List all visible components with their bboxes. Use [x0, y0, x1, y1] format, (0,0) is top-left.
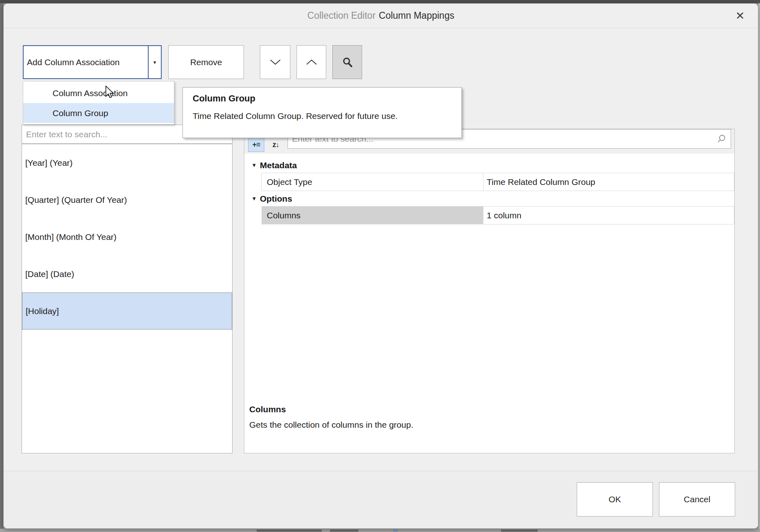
property-row-columns: Columns 1 column [261, 206, 734, 224]
dialog-title: Column Mappings [379, 10, 454, 21]
property-row-object-type: Object Type Time Related Column Group [261, 173, 734, 191]
property-description: Columns Gets the collection of columns i… [249, 404, 697, 430]
tooltip-title: Column Group [193, 93, 452, 104]
column-group-tooltip: Column Group Time Related Column Group. … [182, 87, 462, 138]
category-metadata[interactable]: ▼ Metadata [244, 158, 734, 173]
background-left-strip [0, 3, 3, 532]
category-expanded-icon: ▼ [244, 196, 260, 202]
move-down-button[interactable] [260, 45, 290, 79]
search-icon [342, 57, 353, 68]
collection-editor-dialog: Collection Editor Column Mappings ✕ Add … [3, 3, 758, 529]
list-item[interactable]: [Year] (Year) [22, 144, 232, 181]
property-description-title: Columns [249, 404, 697, 414]
menu-item-column-association[interactable]: Column Association [23, 83, 174, 103]
category-options[interactable]: ▼ Options [244, 191, 734, 206]
category-expanded-icon: ▼ [244, 162, 260, 168]
tooltip-description: Time Related Column Group. Reserved for … [193, 111, 452, 121]
dialog-titlebar[interactable]: Collection Editor Column Mappings [4, 4, 758, 28]
add-column-association-split-button[interactable]: Add Column Association ▼ [23, 45, 162, 79]
add-column-association-button[interactable]: Add Column Association [24, 46, 148, 78]
categorized-view-icon[interactable]: +≡ [248, 138, 264, 152]
background-artifact [257, 530, 322, 532]
chevron-down-icon [270, 59, 281, 65]
background-bottom-strip [0, 529, 760, 532]
cancel-button[interactable]: Cancel [659, 482, 735, 517]
move-up-button[interactable] [297, 45, 326, 79]
background-top-strip [0, 0, 760, 3]
property-description-text: Gets the collection of columns in the gr… [249, 420, 697, 430]
background-artifact [393, 530, 398, 532]
add-button-dropdown-menu: Column Association Column Group [23, 81, 174, 125]
list-item-selected[interactable]: [Holiday] [22, 292, 232, 330]
close-icon[interactable]: ✕ [729, 6, 751, 26]
alphabetical-sort-icon[interactable]: z↓ [268, 138, 284, 152]
background-right-strip [758, 3, 760, 532]
category-label: Options [260, 194, 292, 204]
ok-button[interactable]: OK [577, 482, 653, 517]
list-item[interactable]: [Quarter] (Quarter Of Year) [22, 181, 232, 218]
mouse-cursor-icon [105, 86, 116, 100]
chevron-up-icon [306, 59, 317, 65]
list-item[interactable]: [Date] (Date) [22, 255, 232, 292]
column-mappings-list: [Year] (Year) [Quarter] (Quarter Of Year… [22, 144, 233, 453]
background-artifact [501, 530, 538, 532]
remove-button[interactable]: Remove [168, 45, 244, 79]
background-artifact [330, 530, 358, 532]
dialog-title-prefix: Collection Editor [308, 10, 376, 21]
dropdown-arrow-icon[interactable]: ▼ [148, 46, 161, 78]
search-icon [717, 134, 726, 143]
property-label-selected[interactable]: Columns [261, 206, 483, 224]
list-item[interactable]: [Month] (Month Of Year) [22, 218, 232, 255]
property-value[interactable]: Time Related Column Group [483, 173, 734, 191]
menu-item-column-group[interactable]: Column Group [23, 103, 174, 123]
property-grid-panel: +≡ z↓ ▼ Metadata Object Type Time Relate… [244, 129, 735, 453]
category-label: Metadata [260, 160, 297, 170]
property-label[interactable]: Object Type [261, 173, 483, 191]
property-value[interactable]: 1 column [483, 206, 734, 224]
search-toggle-button[interactable] [332, 45, 362, 79]
